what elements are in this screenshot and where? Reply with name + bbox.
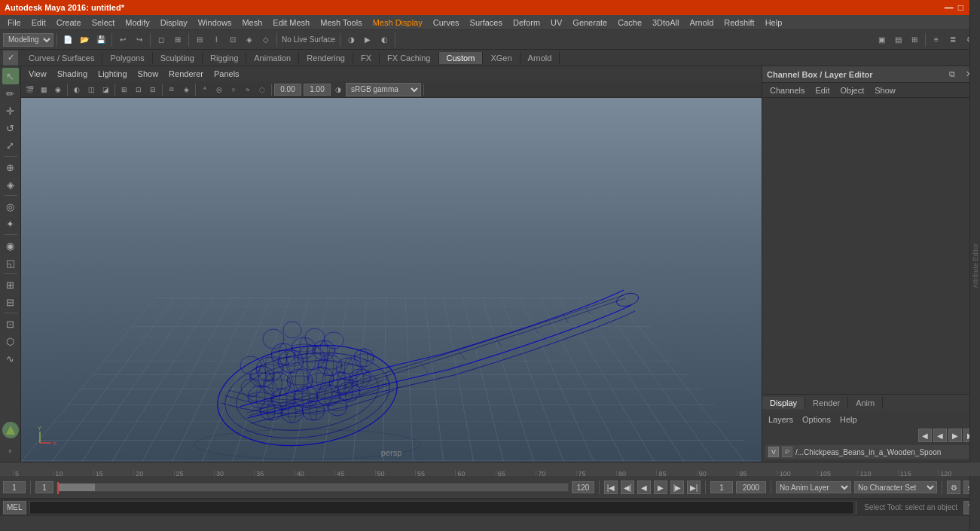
maya-logo-btn[interactable] — [2, 422, 19, 438]
layer-options-menu[interactable]: Options — [799, 414, 834, 426]
layer-visibility-toggle[interactable]: V — [768, 447, 779, 457]
layer-prev-btn[interactable]: ◀ — [918, 429, 932, 442]
shelf-tab-arnold[interactable]: Arnold — [521, 52, 560, 64]
anim-layer-select[interactable]: No Anim Layer — [776, 481, 851, 493]
extra-tool-btn[interactable]: ◦ — [2, 442, 19, 459]
shelf-tab-sculpting[interactable]: Sculpting — [153, 52, 203, 64]
menu-uv[interactable]: UV — [546, 17, 566, 29]
render-region-btn[interactable]: ◱ — [2, 255, 19, 271]
menu-mesh[interactable]: Mesh — [237, 17, 267, 29]
play-fwd-btn[interactable]: ▶ — [654, 481, 667, 494]
menu-deform[interactable]: Deform — [508, 17, 545, 29]
shelf-tab-xgen[interactable]: XGen — [483, 52, 520, 64]
vp-toggle-ui-btn[interactable]: ▦ — [37, 83, 50, 96]
vp-menu-lighting[interactable]: Lighting — [93, 68, 132, 80]
menu-surfaces[interactable]: Surfaces — [466, 17, 507, 29]
vp-camera-btn[interactable]: 🎬 — [23, 83, 36, 96]
menu-curves[interactable]: Curves — [429, 17, 464, 29]
menu-edit[interactable]: Edit — [27, 17, 50, 29]
menu-file[interactable]: File — [3, 17, 26, 29]
menu-redshift[interactable]: Redshift — [719, 17, 759, 29]
vp-depth-btn[interactable]: ◎ — [212, 83, 226, 96]
rotate-tool-btn[interactable]: ↺ — [2, 120, 19, 136]
select-by-hierarchy-btn[interactable]: ◻ — [154, 32, 169, 47]
vp-wireframe-btn[interactable]: ◫ — [84, 83, 98, 96]
go-to-end-btn[interactable]: ▶| — [687, 481, 701, 494]
select-tool-btn[interactable]: ↖ — [2, 68, 19, 84]
vp-dof-btn[interactable]: ◌ — [255, 83, 269, 96]
character-set-select[interactable]: No Character Set — [854, 481, 937, 493]
open-scene-btn[interactable]: 📂 — [77, 32, 92, 47]
channel-box-toggle-btn[interactable]: ≡ — [929, 32, 944, 47]
lasso-select-btn[interactable]: ◎ — [2, 198, 19, 215]
current-frame-input[interactable] — [3, 481, 26, 493]
vp-shading-btn[interactable]: ◐ — [70, 83, 84, 96]
play-back-btn[interactable]: ◀ — [637, 481, 651, 494]
scale-tool-btn[interactable]: ⤢ — [2, 137, 19, 154]
snap-to-surface-btn[interactable]: ◇ — [258, 32, 273, 47]
snap-to-grid-btn[interactable]: ⊟ — [192, 32, 207, 47]
menu-mesh-display[interactable]: Mesh Display — [368, 17, 427, 29]
timeline-ruler[interactable]: 5101520253035404550556065707580859095100… — [0, 462, 980, 476]
soft-selection-btn[interactable]: ◈ — [2, 176, 19, 193]
measure-tool-btn[interactable]: ⊟ — [2, 294, 19, 310]
vp-menu-panels[interactable]: Panels — [209, 68, 244, 80]
vp-menu-shading[interactable]: Shading — [53, 68, 92, 80]
vp-menu-view[interactable]: View — [24, 68, 51, 80]
live-surface-btn[interactable]: No Live Surface — [280, 32, 337, 47]
select-by-component-btn[interactable]: ⊞ — [170, 32, 185, 47]
vp-grid-btn[interactable]: ⊞ — [118, 83, 131, 96]
shelf-tab-rendering[interactable]: Rendering — [299, 52, 353, 64]
menu-select[interactable]: Select — [87, 17, 120, 29]
cb-float-btn[interactable]: ⧉ — [945, 68, 959, 81]
crease-tool-btn[interactable]: ⊞ — [2, 276, 19, 293]
layer-anim-tab[interactable]: Anim — [848, 397, 883, 409]
shelf-tab-curves-surfaces[interactable]: Curves / Surfaces — [21, 52, 102, 64]
snap-to-point-btn[interactable]: ⊡ — [225, 32, 240, 47]
cb-channels-menu[interactable]: Channels — [765, 84, 809, 96]
viewport-canvas[interactable]: .spoon-wire { stroke: #0000aa; stroke-wi… — [21, 98, 762, 462]
grease-pencil-btn[interactable]: ∿ — [2, 350, 19, 367]
layer-display-tab[interactable]: Display — [762, 397, 805, 409]
layout-two-pane-btn[interactable]: ▤ — [890, 32, 905, 47]
timeline-range-bar[interactable] — [56, 483, 569, 492]
annotation-btn[interactable]: ⬡ — [2, 333, 19, 349]
menu-mesh-tools[interactable]: Mesh Tools — [316, 17, 366, 29]
vp-smooth-btn[interactable]: ◪ — [99, 83, 112, 96]
shelf-tab-rigging[interactable]: Rigging — [203, 52, 246, 64]
anim-start-input[interactable] — [710, 481, 733, 493]
anim-end-input[interactable] — [736, 481, 766, 493]
layout-four-pane-btn[interactable]: ⊞ — [907, 32, 922, 47]
vp-menu-renderer[interactable]: Renderer — [164, 68, 208, 80]
vp-color-profile-select[interactable]: sRGB gamma — [346, 83, 421, 96]
snap-to-view-btn[interactable]: ◈ — [242, 32, 257, 47]
layer-help-menu[interactable]: Help — [837, 414, 860, 426]
shelf-tab-animation[interactable]: Animation — [246, 52, 299, 64]
render-sequence-btn[interactable]: ▶ — [360, 32, 375, 47]
range-start-input[interactable] — [35, 481, 53, 493]
vp-menu-show[interactable]: Show — [133, 68, 163, 80]
shelf-tab-polygons[interactable]: Polygons — [102, 52, 152, 64]
menu-cache[interactable]: Cache — [613, 17, 646, 29]
show-hide-btn[interactable]: ◉ — [2, 237, 19, 254]
move-tool-btn[interactable]: ✛ — [2, 102, 19, 119]
attr-editor-toggle-btn[interactable]: ≣ — [945, 32, 960, 47]
layout-single-btn[interactable]: ▣ — [874, 32, 889, 47]
menu-modify[interactable]: Modify — [121, 17, 154, 29]
menu-generate[interactable]: Generate — [568, 17, 612, 29]
shelf-icon[interactable]: ✓ — [3, 50, 18, 66]
render-current-btn[interactable]: ◑ — [343, 32, 359, 47]
paint-tool-btn[interactable]: ✦ — [2, 215, 19, 232]
menu-windows[interactable]: Windows — [194, 17, 237, 29]
vp-value2-input[interactable] — [304, 84, 331, 96]
menu-help[interactable]: Help — [761, 17, 787, 29]
cb-show-menu[interactable]: Show — [870, 84, 900, 96]
layer-lock-toggle[interactable]: P — [782, 447, 792, 457]
menu-create[interactable]: Create — [52, 17, 86, 29]
vp-ssao-btn[interactable]: ○ — [227, 83, 240, 96]
vp-camera-gate-btn[interactable]: ⊡ — [132, 83, 145, 96]
camera-tool-btn[interactable]: ⊡ — [2, 316, 19, 332]
shelf-tab-custom[interactable]: Custom — [439, 52, 484, 64]
layer-layers-menu[interactable]: Layers — [765, 414, 796, 426]
go-to-start-btn[interactable]: |◀ — [604, 481, 618, 494]
